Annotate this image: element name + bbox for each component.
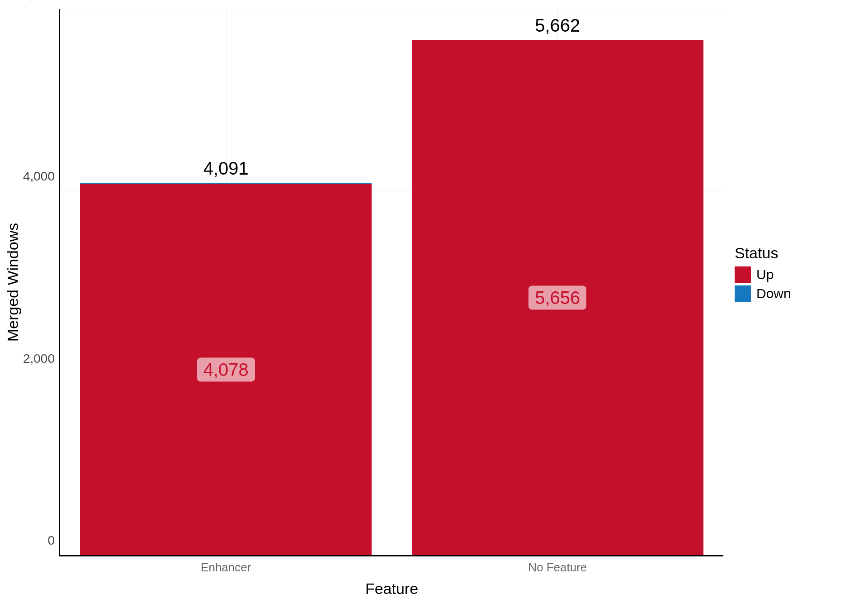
gridline-h xyxy=(60,9,723,9)
bar-enhancer: 4,078 4,091 xyxy=(80,183,372,555)
segment-value-label: 5,656 xyxy=(528,286,586,310)
y-tick-label: 0 xyxy=(14,533,60,548)
legend-item-up: Up xyxy=(735,266,791,283)
bar-segment-up: 4,078 xyxy=(80,184,372,555)
legend-label: Down xyxy=(756,286,791,301)
legend-title: Status xyxy=(735,244,791,262)
x-tick-label: Enhancer xyxy=(201,555,251,575)
y-axis-label: Merged Windows xyxy=(4,223,22,342)
legend-item-down: Down xyxy=(735,285,791,302)
legend-swatch-up xyxy=(735,266,751,283)
x-axis-label: Feature xyxy=(365,555,418,598)
bar-segment-down xyxy=(80,183,372,184)
y-tick-label: 6,000 xyxy=(14,0,60,2)
plot-area: 0 2,000 4,000 6,000 4,078 4,091 5,656 5,… xyxy=(59,9,723,556)
bar-total-label: 4,091 xyxy=(80,158,372,179)
x-tick-label: No Feature xyxy=(528,555,587,575)
bar-segment-up: 5,656 xyxy=(412,40,703,555)
legend-swatch-down xyxy=(735,285,751,302)
bar-no-feature: 5,656 5,662 xyxy=(412,40,703,555)
legend-label: Up xyxy=(756,267,774,282)
y-tick-label: 4,000 xyxy=(14,169,60,184)
y-tick-label: 2,000 xyxy=(14,352,60,366)
chart-container: 0 2,000 4,000 6,000 4,078 4,091 5,656 5,… xyxy=(0,0,868,608)
segment-value-label: 4,078 xyxy=(197,357,255,381)
bar-segment-down xyxy=(412,40,703,40)
legend: Status Up Down xyxy=(735,244,791,304)
bar-total-label: 5,662 xyxy=(412,15,703,36)
